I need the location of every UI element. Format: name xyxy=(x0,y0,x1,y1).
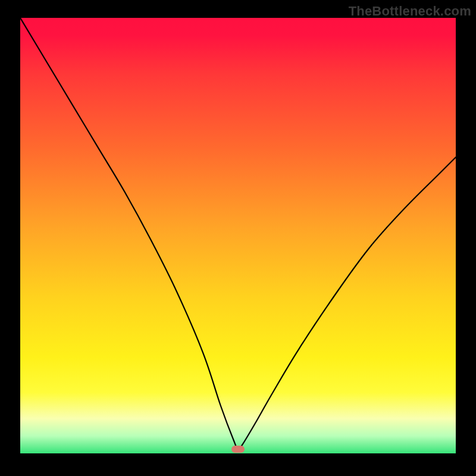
curve-path xyxy=(20,18,456,449)
optimum-marker xyxy=(231,446,245,453)
bottleneck-curve xyxy=(20,18,456,453)
plot-area xyxy=(20,18,456,453)
watermark-text: TheBottleneck.com xyxy=(349,4,471,19)
chart-frame: TheBottleneck.com xyxy=(0,0,476,476)
